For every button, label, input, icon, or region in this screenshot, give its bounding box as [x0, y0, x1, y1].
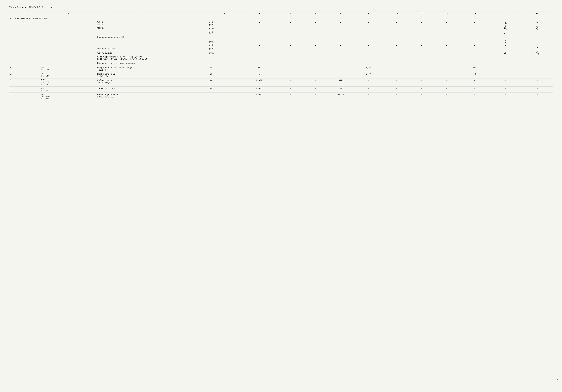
- preamble-indirect-costs: в т.ч.косвенные расходы 40%,60%: [9, 16, 553, 21]
- col-header-11: II: [409, 11, 434, 16]
- col-header-13: I3: [459, 11, 490, 16]
- col-header-1: I: [9, 11, 40, 16]
- total-bratsk: ИТОГО: г.Братск руб. – – – – – – – – – I…: [9, 47, 553, 51]
- savings-row-2: руб. – – – – – – – – – –: [9, 44, 553, 47]
- col-header-8: 8: [328, 11, 353, 16]
- preamble-itogo-1: ИТОГО: руб. – – – – – – – – – IO6II8 485…: [9, 26, 553, 30]
- col-header-2: 2: [40, 11, 97, 16]
- col-header-5: 5: [240, 11, 278, 16]
- col-header-15: I5: [522, 11, 553, 16]
- col-header-7: 7: [303, 11, 328, 16]
- planned-savings-label: Плановые накопления 8%: [97, 36, 124, 38]
- savings-row-1: руб. – – – – – – – – – 89 –: [9, 40, 553, 44]
- table-header: I 2 3 4 5 6 7 8 9 IO II I2 I3 I4 I5: [9, 11, 553, 16]
- indirect-costs-label: в т.ч.косвенные расходы 40%,60%: [10, 17, 47, 20]
- col-header-9: 9: [353, 11, 384, 16]
- formula-row: НУЧП г.Братск=(48+5)хI,44+(48+5)хO,33=94…: [9, 55, 553, 61]
- col-header-3: 3: [97, 11, 209, 16]
- col-header-4: 4: [209, 11, 240, 16]
- formula-1: НУЧП г.Братск=(48+5)хI,44+(48+5)хO,33=94: [97, 56, 552, 58]
- col-header-6: 6: [278, 11, 303, 16]
- table-row: I. I5–I7 п.I–IO6 Шкаф слаботочный этажны…: [9, 66, 553, 72]
- table-row: 5. Пр-нт 24–I6–49 п.I–O5I Металлорукав д…: [9, 93, 553, 101]
- total-ilimsk: г.Усть-Илимск руб. – – – – – – – – – I27…: [9, 51, 553, 55]
- table-row: 2. –"– п.I–IO7 Шкаф распаечный 7,9хI,224…: [9, 72, 553, 78]
- col-header-10: IO: [384, 11, 409, 16]
- col-header-14: I4: [490, 11, 521, 16]
- main-table: I 2 3 4 5 6 7 8 9 IO II I2 I3 I4 I5 в т.…: [9, 11, 553, 101]
- table-row: 3. I–У стр.I20 п.2543 Кабель связи ТШ 20…: [9, 78, 553, 87]
- materials-header-row: Материалы, не учтенные ценником: [9, 61, 553, 66]
- col-header-12: I2: [434, 11, 459, 16]
- page-title: Типовой проект I25-045/I.2 УШ: [9, 6, 553, 9]
- formula-2: НУЧП г.Усть-Илимск=(54+6)хI,44+(54+6)хO,…: [97, 58, 552, 60]
- materials-header-label: Материалы, не учтенные ценником: [97, 62, 135, 64]
- planned-savings-header: Плановые накопления 8%: [9, 35, 553, 40]
- table-row: 4. –"– п.2542 То же, IOх2х0,5 км 0,OI5 –…: [9, 87, 553, 93]
- preamble-row-1: IxO,4 руб. – – – – – – – – – – –: [9, 21, 553, 24]
- preamble-row-2: IxO,6 руб. – – – – – – – – – I –: [9, 24, 553, 26]
- preamble-itogo-2: руб. – – – – – – – – – 5/I6/2: [9, 30, 553, 35]
